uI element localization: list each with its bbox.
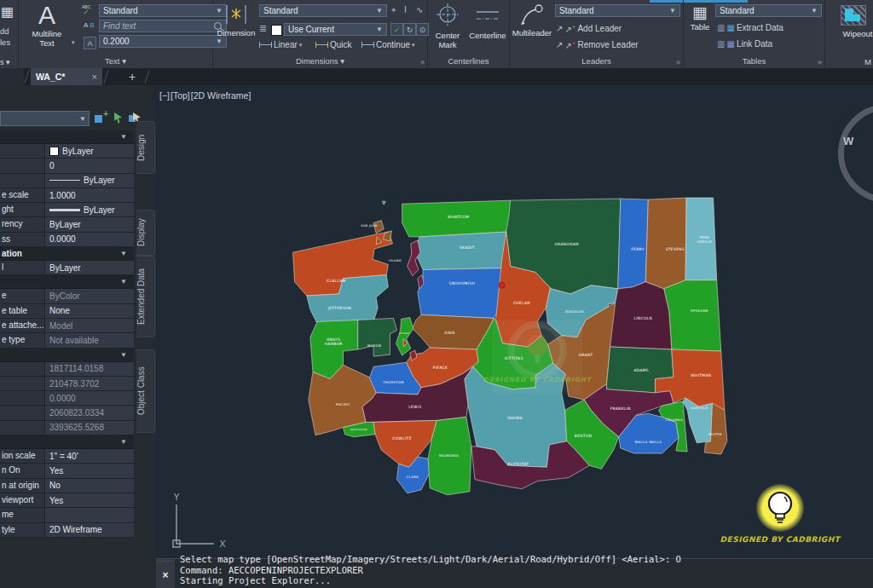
property-section[interactable]: ▼: [0, 349, 134, 362]
add-leader-button[interactable]: ↗ ↗+ Add Leader: [556, 23, 622, 34]
property-section[interactable]: ▼: [0, 275, 134, 289]
continue-dimension-button[interactable]: Continue▾: [361, 40, 415, 49]
linear-dimension-button[interactable]: Linear▾: [259, 40, 302, 49]
property-value[interactable]: Not available: [44, 333, 134, 347]
file-tab-active[interactable]: WA_C* ×: [31, 68, 102, 85]
find-text-field[interactable]: [99, 20, 227, 32]
wipeout-icon[interactable]: [841, 5, 866, 26]
property-value[interactable]: 2060823.0334: [44, 406, 134, 419]
extract-data-button[interactable]: ▥ ▦ Extract Data: [717, 23, 783, 32]
property-value[interactable]: 1" = 40': [44, 449, 134, 463]
dim-update-icon[interactable]: ↻: [403, 23, 416, 36]
property-value[interactable]: 3393625.5268: [44, 421, 134, 435]
county-kitsap[interactable]: [396, 317, 413, 355]
quick-dimension-button[interactable]: Quick: [315, 40, 352, 49]
multileader-button[interactable]: Multileader: [510, 3, 554, 37]
file-tab-stub[interactable]: [0, 68, 24, 85]
property-value[interactable]: ByLayer: [44, 217, 134, 231]
property-value[interactable]: [44, 508, 134, 522]
property-value[interactable]: 0.0000: [44, 391, 134, 405]
remove-leader-button[interactable]: ↗ ↗× Remove Leader: [556, 39, 639, 50]
centerline-button[interactable]: Centerline: [467, 2, 508, 40]
dim-style-dropdown[interactable]: Standard▼: [259, 4, 387, 17]
find-text-input[interactable]: [100, 21, 214, 31]
panel-expander[interactable]: »: [818, 58, 822, 66]
text-style-dropdown[interactable]: Standard▼: [99, 4, 227, 17]
panel-label-text[interactable]: Text ▾: [19, 55, 212, 67]
command-history[interactable]: Select map type [OpenStreetMap/Imagery/S…: [180, 554, 681, 586]
property-value[interactable]: Model: [44, 319, 134, 332]
multiline-text-dropdown[interactable]: ▾: [72, 39, 75, 46]
table-button[interactable]: ▦ Table: [687, 3, 713, 32]
drag-handle-icon[interactable]: ·····: [156, 557, 175, 565]
wipeout-button[interactable]: Wipeout: [832, 29, 873, 38]
property-value[interactable]: No: [44, 479, 134, 493]
table-style-dropdown[interactable]: Standard▼: [715, 4, 822, 17]
dim-adjust-icon[interactable]: Ⅰ: [404, 5, 407, 14]
dim-jog-icon[interactable]: ∿: [416, 5, 423, 14]
county-whatcom[interactable]: [402, 200, 512, 237]
panel-expander[interactable]: »: [676, 58, 680, 66]
county-skagit[interactable]: [415, 232, 512, 270]
property-value[interactable]: ByLayer: [44, 144, 134, 158]
link-data-button[interactable]: ▥ ▦ Link Data: [717, 39, 772, 49]
dim-break-icon[interactable]: ⌖: [391, 5, 396, 15]
county-spokane[interactable]: [664, 280, 721, 351]
toggle-pickadd-icon[interactable]: +: [94, 112, 108, 125]
text-height-dropdown[interactable]: 0.2000▼: [99, 35, 227, 48]
viewport-visual-style-control[interactable]: [2D Wireframe]: [191, 90, 251, 101]
viewcube-ring[interactable]: [838, 104, 873, 203]
ucs-icon[interactable]: Y X: [163, 493, 231, 556]
panel-label-leaders[interactable]: Leaders: [510, 55, 683, 67]
dim-layer-dropdown[interactable]: Use Current▼: [284, 23, 387, 36]
panel-label-centerlines[interactable]: Centerlines: [428, 55, 509, 67]
property-value[interactable]: 1817114.0158: [44, 362, 134, 376]
close-icon[interactable]: ×: [92, 72, 97, 82]
county-ferry[interactable]: [618, 199, 649, 289]
drawing-canvas[interactable]: [−][Top][2D Wireframe] DESIGNED BY CADBR…: [156, 85, 873, 558]
center-mark-button[interactable]: CenterMark: [430, 2, 465, 49]
dimension-button[interactable]: Dimension: [217, 3, 256, 37]
property-value[interactable]: ByLayer: [44, 203, 134, 216]
close-icon[interactable]: ×: [156, 569, 175, 581]
spell-check-icon[interactable]: ABC✓: [82, 4, 90, 14]
palette-tab-extended-data[interactable]: Extended Data: [136, 256, 155, 337]
county-islet[interactable]: [383, 231, 391, 241]
new-tab-button[interactable]: +: [124, 70, 140, 84]
property-value[interactable]: 210478.3702: [44, 377, 134, 390]
county-stevens[interactable]: [645, 198, 686, 289]
text-style-icon[interactable]: A: [84, 37, 96, 49]
property-value[interactable]: ByColor: [44, 289, 134, 303]
selection-dropdown[interactable]: ▼: [0, 111, 90, 126]
viewport-view-control[interactable]: [Top]: [171, 90, 190, 101]
property-value[interactable]: 0.0000: [44, 233, 134, 246]
dim-link-icon[interactable]: ⊙: [416, 23, 429, 36]
multiline-text-button[interactable]: A MultilineText: [22, 2, 72, 48]
table-grid-icon[interactable]: ▦: [1, 3, 14, 20]
property-value[interactable]: Yes: [44, 493, 134, 507]
map-marker[interactable]: [499, 282, 505, 288]
property-section[interactable]: ▼: [0, 130, 134, 144]
panel-expander[interactable]: »: [420, 58, 425, 66]
property-value[interactable]: ByLayer: [44, 174, 134, 187]
property-section[interactable]: ▼: [0, 435, 134, 449]
county-mason[interactable]: [358, 318, 397, 356]
viewport-minimize-control[interactable]: [−]: [159, 90, 170, 101]
property-value[interactable]: ByLayer: [44, 261, 134, 274]
viewcube-west-label[interactable]: W: [843, 135, 853, 147]
county-lincoln[interactable]: [609, 282, 672, 349]
select-objects-icon[interactable]: [112, 112, 126, 125]
command-line-window[interactable]: ····· × Select map type [OpenStreetMap/I…: [156, 558, 873, 588]
property-section[interactable]: ation▼: [0, 247, 134, 261]
palette-tab-display[interactable]: Display: [136, 210, 155, 256]
panel-label-tables[interactable]: Tables: [684, 55, 824, 67]
property-value[interactable]: 0: [44, 159, 134, 172]
panel-label-dimensions[interactable]: Dimensions ▾: [213, 55, 427, 67]
property-value[interactable]: Yes: [44, 464, 134, 477]
property-value[interactable]: 1.0000: [44, 188, 134, 202]
palette-tab-design[interactable]: Design: [136, 121, 155, 174]
property-value[interactable]: 2D Wireframe: [44, 523, 134, 537]
county-islet[interactable]: [382, 201, 385, 205]
dim-check-icon[interactable]: ✓: [390, 23, 403, 36]
property-value[interactable]: None: [44, 304, 134, 318]
